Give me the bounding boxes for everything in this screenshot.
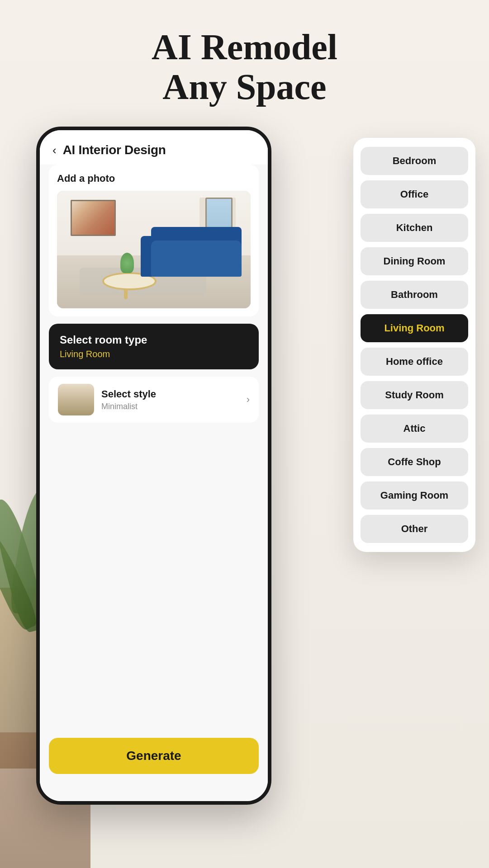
room-type-dropdown: BedroomOfficeKitchenDining RoomBathroomL… — [353, 138, 475, 552]
room-option-gaming-room[interactable]: Gaming Room — [361, 481, 468, 509]
room-option-dining-room[interactable]: Dining Room — [361, 247, 468, 275]
photo-preview[interactable] — [57, 191, 251, 308]
room-option-other[interactable]: Other — [361, 515, 468, 543]
room-option-study-room[interactable]: Study Room — [361, 381, 468, 409]
room-option-bathroom[interactable]: Bathroom — [361, 281, 468, 309]
room-option-bedroom[interactable]: Bedroom — [361, 147, 468, 175]
style-info: Select style Minimalist — [101, 388, 239, 411]
style-value: Minimalist — [101, 402, 239, 411]
select-room-value: Living Room — [60, 349, 248, 359]
phone-header: ‹ AI Interior Design — [40, 130, 268, 165]
chevron-right-icon: › — [247, 394, 250, 406]
page-title: AI Interior Design — [63, 143, 166, 157]
room-option-office[interactable]: Office — [361, 180, 468, 208]
room-option-kitchen[interactable]: Kitchen — [361, 214, 468, 242]
generate-button[interactable]: Generate — [49, 738, 259, 774]
room-option-coffe-shop[interactable]: Coffe Shop — [361, 448, 468, 476]
room-option-attic[interactable]: Attic — [361, 415, 468, 443]
room-option-home-office[interactable]: Home office — [361, 348, 468, 376]
add-photo-label: Add a photo — [57, 173, 251, 184]
select-style-section[interactable]: Select style Minimalist › — [49, 377, 259, 423]
back-button[interactable]: ‹ — [52, 143, 57, 157]
style-thumbnail — [58, 384, 94, 415]
room-option-living-room[interactable]: Living Room — [361, 314, 468, 342]
style-title: Select style — [101, 388, 239, 400]
select-room-title: Select room type — [60, 334, 248, 346]
generate-btn-label: Generate — [126, 749, 181, 763]
hero-title: AI Remodel Any Space — [0, 27, 489, 107]
hero-title-area: AI Remodel Any Space — [0, 27, 489, 107]
phone-mockup: ‹ AI Interior Design Add a photo — [36, 127, 271, 805]
select-room-section[interactable]: Select room type Living Room — [49, 324, 259, 369]
add-photo-section: Add a photo — [49, 165, 259, 316]
